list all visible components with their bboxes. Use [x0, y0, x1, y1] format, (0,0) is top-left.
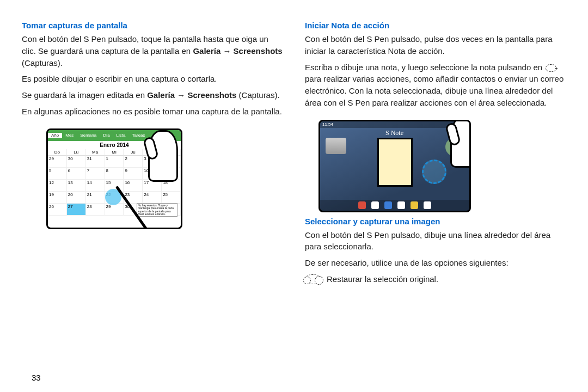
para-draw-write: Es posible dibujar o escribir en una cap…	[22, 73, 283, 85]
text-before-icon: Escriba o dibuje una nota, y luego selec…	[305, 63, 544, 72]
restore-selection-icon	[305, 274, 321, 284]
page-number: 33	[32, 373, 41, 382]
day-header: Do	[48, 149, 67, 156]
heading-select-capture: Seleccionar y capturar una imagen	[305, 217, 566, 226]
tab: Semana	[77, 133, 100, 138]
illustration-calendar-spen: Año Mes Semana Día Lista Tareas Enero 20…	[46, 128, 182, 229]
text-bold-screenshots2: Screenshots	[185, 90, 236, 100]
spen-hand-icon	[110, 128, 182, 217]
arrow-icon: →	[177, 90, 185, 100]
restore-option: Restaurar la selección original.	[305, 273, 566, 285]
select-link-icon	[546, 64, 556, 72]
text: Se guardará la imagen editada en	[22, 90, 147, 100]
text-bold-galeria: Galería	[193, 46, 223, 56]
widget-thumb	[326, 138, 346, 154]
para-select-capture-2: De ser necesario, utilice una de las opc…	[305, 257, 566, 269]
day-header: Lu	[67, 149, 86, 156]
para-limitation: En algunas aplicaciones no es posible to…	[22, 106, 283, 118]
heading-action-memo: Iniciar Nota de acción	[305, 21, 566, 30]
day-header: Ma	[86, 149, 105, 156]
arrow-icon: →	[223, 46, 231, 56]
clock: 11:54	[322, 122, 333, 127]
spen-hand-icon	[399, 120, 471, 209]
tab: Mes	[62, 133, 77, 138]
para-select-capture-1: Con el botón del S Pen pulsado, dibuje u…	[305, 229, 566, 253]
para-action-memo-2: Escriba o dibuje una nota, y luego selec…	[305, 62, 566, 109]
text: (Capturas).	[236, 90, 279, 100]
illustration-tablet-snote: 11:54 ▮ ▲ ▮ S Note	[318, 120, 471, 212]
heading-screenshots: Tomar capturas de pantalla	[22, 21, 283, 30]
text-after-icon: para realizar varias acciones, como añad…	[305, 74, 564, 107]
tab: Año	[48, 133, 62, 138]
para-screenshot-howto: Con el botón del S Pen pulsado, toque la…	[22, 33, 283, 69]
text-bold-screenshots: Screenshots	[231, 46, 282, 56]
para-action-memo-1: Con el botón del S Pen pulsado, pulse do…	[305, 33, 566, 57]
left-column: Tomar capturas de pantalla Con el botón …	[22, 16, 283, 285]
para-edited-image: Se guardará la imagen editada en Galería…	[22, 89, 283, 101]
restore-label: Restaurar la selección original.	[327, 273, 438, 285]
text-bold-galeria2: Galería	[147, 90, 177, 100]
text: (Capturas).	[22, 58, 63, 68]
right-column: Iniciar Nota de acción Con el botón del …	[305, 16, 566, 285]
